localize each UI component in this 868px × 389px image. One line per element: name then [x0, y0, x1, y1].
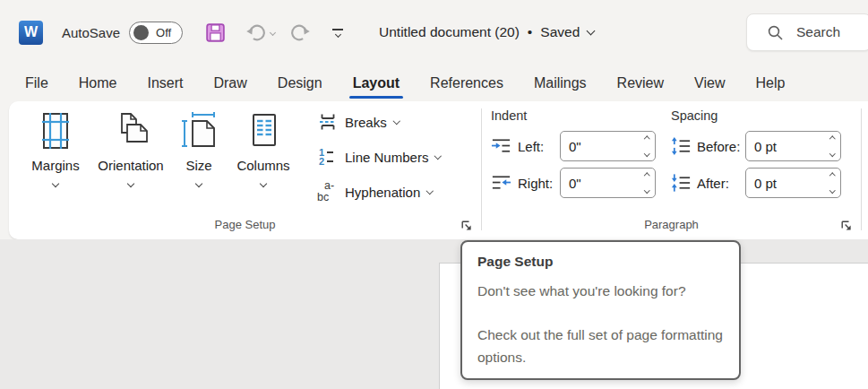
tab-draw[interactable]: Draw: [198, 65, 262, 101]
group-divider: [861, 108, 862, 230]
undo-button[interactable]: [244, 21, 267, 44]
tab-layout[interactable]: Layout: [338, 65, 415, 101]
spacing-before-label: Before:: [693, 139, 745, 154]
title-separator: •: [528, 24, 532, 40]
toggle-knob: [133, 25, 149, 40]
spacing-after-input[interactable]: 0 pt: [745, 168, 841, 198]
chevron-down-icon: [260, 180, 267, 187]
ribbon-tab-row: File Home Insert Draw Design Layout Refe…: [0, 65, 868, 101]
line-numbers-icon: 1 2: [317, 148, 339, 166]
tooltip-title: Page Setup: [477, 254, 724, 270]
title-bar: W AutoSave Off: [0, 0, 868, 65]
tooltip-body-line2: Check out the full set of page formattin…: [477, 324, 724, 368]
tab-mailings[interactable]: Mailings: [519, 65, 602, 101]
indent-left-icon: [490, 136, 512, 156]
margins-icon: [35, 110, 76, 151]
save-button[interactable]: [205, 22, 226, 43]
columns-icon: [243, 110, 284, 151]
indent-left-input[interactable]: 0": [560, 131, 656, 161]
autosave-toggle[interactable]: Off: [129, 22, 183, 44]
ribbon-wrap: Margins Orientation: [0, 101, 868, 239]
document-title[interactable]: Untitled document (20) • Saved: [379, 24, 594, 40]
dialog-launcher-icon: [460, 220, 473, 232]
tab-insert[interactable]: Insert: [132, 65, 198, 101]
redo-button[interactable]: [289, 21, 313, 44]
spacing-after-icon: [670, 173, 692, 193]
overline-icon: [332, 29, 343, 30]
tab-file[interactable]: File: [10, 65, 64, 101]
spinner-down-icon[interactable]: [644, 151, 649, 156]
tab-review[interactable]: Review: [602, 65, 679, 101]
spinner-up-icon[interactable]: [644, 136, 649, 142]
redo-icon: [289, 21, 313, 44]
spacing-before-input[interactable]: 0 pt: [745, 131, 841, 161]
word-window: W AutoSave Off: [0, 0, 868, 389]
spinner-up-icon[interactable]: [829, 136, 835, 142]
indent-left-label: Left:: [513, 139, 560, 154]
indent-header: Indent: [490, 108, 656, 123]
orientation-button[interactable]: Orientation: [90, 108, 172, 186]
customize-quick-access-toolbar-button[interactable]: [332, 29, 343, 37]
indent-right-input[interactable]: 0": [560, 168, 656, 198]
save-icon: [205, 22, 226, 43]
title-chevron-down-icon: [587, 27, 596, 36]
spinner-down-icon[interactable]: [644, 187, 649, 193]
autosave-label: AutoSave: [62, 25, 120, 40]
spacing-before-icon: [670, 136, 692, 156]
undo-dropdown-chevron-icon[interactable]: [270, 29, 276, 35]
tab-view[interactable]: View: [679, 65, 740, 101]
paragraph-group-label: Paragraph: [482, 218, 861, 239]
spinner-down-icon[interactable]: [829, 187, 835, 193]
indent-right-value: 0": [569, 176, 581, 191]
chevron-down-icon: [195, 180, 202, 187]
size-icon: [178, 110, 219, 151]
page-setup-tooltip: Page Setup Don't see what you're looking…: [460, 240, 741, 380]
hyphenation-button[interactable]: a- bc Hyphenation: [317, 180, 441, 203]
tab-design[interactable]: Design: [262, 65, 338, 101]
spinner-down-icon[interactable]: [829, 151, 835, 156]
hyphenation-icon: a- bc: [317, 181, 339, 203]
spacing-header: Spacing: [670, 108, 841, 123]
spinner-up-icon[interactable]: [829, 173, 835, 178]
page-setup-dialog-launcher-button[interactable]: [460, 219, 474, 233]
undo-icon: [244, 21, 267, 44]
page-setup-group-label: Page Setup: [9, 218, 481, 239]
paragraph-dialog-launcher-button[interactable]: [839, 219, 854, 233]
indent-left-value: 0": [569, 139, 581, 154]
autosave-state: Off: [156, 26, 171, 39]
tab-help[interactable]: Help: [740, 65, 800, 101]
tooltip-body-line1: Don't see what you're looking for?: [477, 280, 724, 302]
document-title-text: Untitled document (20): [379, 24, 520, 40]
document-area: Page Setup Don't see what you're looking…: [0, 239, 868, 389]
indent-right-label: Right:: [513, 176, 560, 191]
chevron-down-icon: [434, 152, 442, 160]
breaks-icon: [317, 111, 339, 133]
breaks-button[interactable]: Breaks: [317, 110, 441, 134]
margins-button[interactable]: Margins: [21, 108, 90, 186]
line-numbers-button[interactable]: 1 2 Line Numbers: [317, 145, 441, 169]
spacing-before-value: 0 pt: [754, 139, 777, 154]
tab-home[interactable]: Home: [64, 65, 133, 101]
word-logo-icon[interactable]: W: [19, 21, 43, 45]
dialog-launcher-icon: [840, 220, 853, 232]
size-button[interactable]: Size: [172, 108, 226, 186]
search-box[interactable]: Search: [746, 13, 868, 51]
spinner-up-icon[interactable]: [644, 173, 649, 178]
group-page-setup: Margins Orientation: [9, 101, 481, 239]
chevron-down-icon: [127, 180, 134, 187]
search-icon: [767, 24, 784, 41]
columns-button[interactable]: Columns: [226, 108, 301, 186]
ribbon-layout-panel: Margins Orientation: [9, 101, 868, 239]
chevron-down-icon: [52, 180, 59, 187]
chevron-down-icon: [426, 187, 434, 194]
spacing-after-label: After:: [693, 176, 745, 191]
search-label: Search: [796, 24, 840, 40]
group-paragraph: Indent: [482, 101, 861, 239]
chevron-down-icon: [393, 117, 400, 125]
indent-right-icon: [490, 173, 512, 193]
orientation-icon: [110, 110, 151, 151]
save-status: Saved: [540, 24, 580, 40]
chevron-down-icon: [335, 30, 341, 37]
tab-references[interactable]: References: [415, 65, 519, 101]
spacing-after-value: 0 pt: [754, 176, 777, 191]
